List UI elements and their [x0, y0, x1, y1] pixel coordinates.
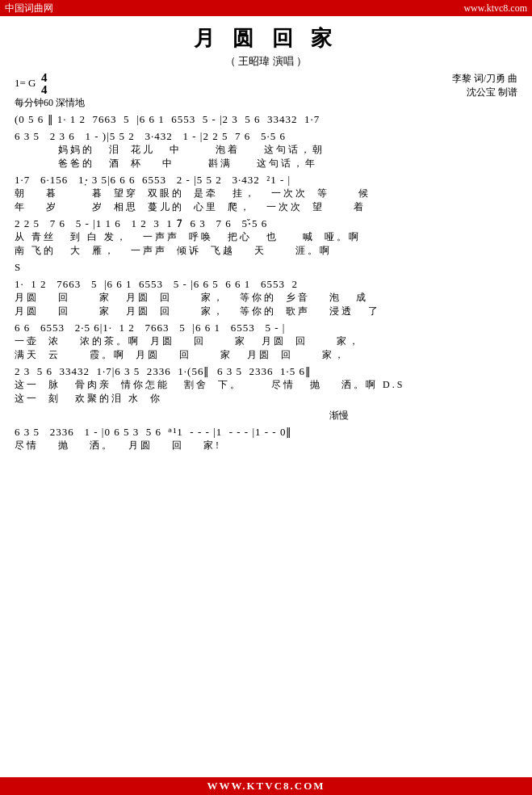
music-content: (0 5 6 ‖ 1· 1 2 7663 5 |6 6 1 6553 5 - |…	[15, 112, 517, 452]
music-row: 6 3 5 2336 1 - |0 6 5 3 5 6 ᵃ¹1 - - - |1…	[15, 425, 517, 440]
meta-arranger: 沈公宝 制谱	[452, 86, 517, 99]
slow-mark: 渐慢	[160, 409, 517, 423]
music-row: 6 6 6553 2·5 6|1· 1 2 7663 5 |6 6 1 6553…	[15, 321, 517, 335]
music-row: 1·7 6·156 1·̣ 3 5|6 6 6 6553 2 - |5 5 2 …	[15, 173, 517, 187]
lyric-row: 妈妈的 泪 花儿 中 泡着 这句话，朝	[15, 143, 517, 157]
lyric-row: 年 岁 岁 相思 蔓儿的 心里 爬， 一次次 望 着	[15, 200, 517, 214]
music-row: S	[15, 260, 517, 275]
meta-key-time: 1= G 44	[15, 72, 85, 96]
lyric-row: 南 飞的 大 雁， 一声声 倾诉 飞越 天 涯。啊	[15, 244, 517, 258]
music-row: 2 2 5 7 6 5 - |1 1 6 1 2 3 1 7̌ 6 3 7 6 …	[15, 217, 517, 231]
music-row: 6 3 5 2 3 6 1 - )|5 5 2 3·432 1 - |2 2 5…	[15, 129, 517, 144]
lyric-row: 这一 脉 骨肉亲 情你怎能 割舍 下。 尽情 抛 洒。啊 D.S	[15, 378, 517, 392]
meta-composer: 李黎 词/刀勇 曲	[452, 72, 517, 86]
music-row: (0 5 6 ‖ 1· 1 2 7663 5 |6 6 1 6553 5 - |…	[15, 112, 517, 127]
lyric-row: 这一 刻 欢聚的泪 水 你	[15, 392, 517, 406]
header-left: 中国词曲网	[5, 2, 53, 15]
lyric-row: 一壶 浓 浓的茶。啊 月圆 回 家 月圆 回 家，	[15, 334, 517, 348]
lyric-row: 从 青丝 到 白 发， 一声声 呼唤 把心 也 喊 哑。啊	[15, 230, 517, 244]
footer-bar: WWW.KTVC8.COM	[0, 777, 532, 795]
subtitle: （ 王昭瑋 演唱 ）	[15, 54, 517, 69]
lyric-row: 月圆 回 家 月圆 回 家， 等你的 歌声 浸透 了	[15, 305, 517, 318]
song-title: 月 圆 回 家	[15, 24, 517, 53]
music-row: 2 3 5 6 33432 1·7|6 3 5 2336 1·(56‖ 6 3 …	[15, 364, 517, 379]
lyric-row: 尽情 抛 洒。 月圆 回 家!	[15, 439, 517, 452]
lyric-row: 月圆 回 家 月圆 回 家， 等你的 乡音 泡 成	[15, 291, 517, 305]
lyric-row: 朝 暮 暮 望穿 双眼的 是牵 挂， 一次次 等 候	[15, 187, 517, 200]
meta-tempo: 每分钟60 深情地	[15, 96, 85, 110]
header-bar: 中国词曲网 www.ktvc8.com	[0, 0, 532, 16]
lyric-row: 爸爸的 酒 杯 中 斟满 这句话，年	[15, 157, 517, 170]
header-right: www.ktvc8.com	[463, 2, 527, 15]
music-row: 1· 1 2 7663 5 |6 6 1 6553 5 - |6 6 5 6 6…	[15, 277, 517, 292]
lyric-row: 满天 云 霞。啊 月圆 回 家 月圆 回 家，	[15, 348, 517, 362]
